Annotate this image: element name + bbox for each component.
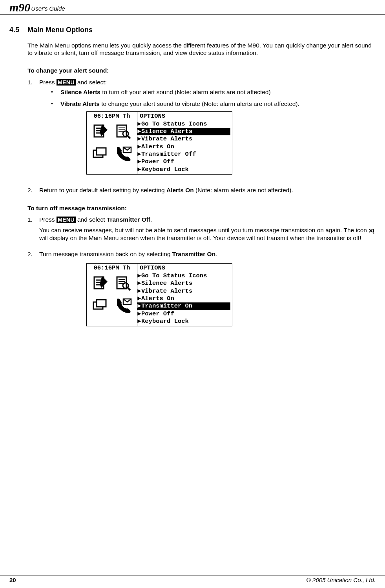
options-item: ▶Alerts On [137,295,230,302]
list-number: 1. [27,216,39,247]
screen-time: 06:16PM Th [87,112,137,121]
options-item: ▶Go To Status Icons [137,120,230,128]
search-doc-icon [115,275,132,292]
section-heading: 4.5 Main Menu Options [9,25,376,35]
vibrate-alerts-bullet: Vibrate Alerts to change your alert soun… [60,100,299,108]
txoff-step1: Press MENU and select Transmitter Off. [39,216,376,223]
device-screen-silence: 06:16PM Th [86,111,232,175]
options-item: ▶Transmitter Off [137,151,230,158]
bullet-icon: • [51,100,60,108]
options-item: ▶Alerts On [137,143,230,151]
copyright: © 2005 Unication Co., Ltd. [307,577,376,584]
options-item: ▶Silence Alerts [137,280,230,287]
svg-rect-28 [97,300,106,307]
step2-line: Return to your default alert setting by … [39,186,376,194]
compose-icon [92,123,109,140]
options-item: ▶Go To Status Icons [137,272,230,280]
windows-icon [92,145,109,162]
silence-alerts-bullet: Silence Alerts to turn off your alert so… [60,88,271,96]
section-title: Main Menu Options [27,25,93,35]
section-number: 4.5 [9,25,27,35]
tx-off-heading: To turn off message transmission: [27,204,376,212]
logo: m90 [9,2,30,13]
options-label: OPTIONS [137,264,230,272]
compose-icon [92,275,109,292]
page-header: m90 User's Guide [0,0,385,15]
options-item: ▶Vibrate Alerts [137,135,230,143]
device-screen-transmitter: 06:16PM Th [86,263,232,326]
list-number: 2. [27,250,39,258]
intro-paragraph: The Main Menu options menu lets you quic… [27,42,376,57]
list-number: 2. [27,186,39,194]
list-number: 1. [27,78,39,181]
options-item: ▶Vibrate Alerts [137,288,230,295]
txoff-step2: Turn message transmission back on by sel… [39,250,376,258]
step1-line: Press MENU and select: [39,78,376,86]
screen-time: 06:16PM Th [87,264,137,273]
txoff-note: You can receive messages, but will not b… [39,226,376,242]
menu-key: MENU [57,217,76,223]
menu-key: MENU [57,79,76,86]
phone-mail-icon [115,297,132,314]
phone-mail-icon [115,145,132,162]
options-item: ▶Keyboard Lock [137,166,230,173]
svg-point-16 [373,233,374,234]
svg-point-8 [123,131,128,137]
windows-icon [92,297,109,314]
options-item: ▶Keyboard Lock [137,318,230,325]
options-label: OPTIONS [137,113,230,120]
page-number: 20 [9,577,16,584]
antenna-off-icon [369,228,375,233]
svg-point-25 [123,283,128,288]
page-footer: 20 © 2005 Unication Co., Ltd. [0,575,385,584]
options-item: ▶Power Off [137,310,230,318]
guide-title: User's Guide [31,5,65,13]
svg-rect-11 [97,148,106,155]
options-item: ▶Transmitter On [137,302,230,310]
search-doc-icon [115,123,132,140]
options-item: ▶Power Off [137,158,230,166]
change-alert-heading: To change your alert sound: [27,67,376,74]
bullet-icon: • [51,88,60,96]
svg-line-26 [128,288,130,290]
svg-line-9 [128,136,130,138]
options-item: ▶Silence Alerts [137,128,230,135]
